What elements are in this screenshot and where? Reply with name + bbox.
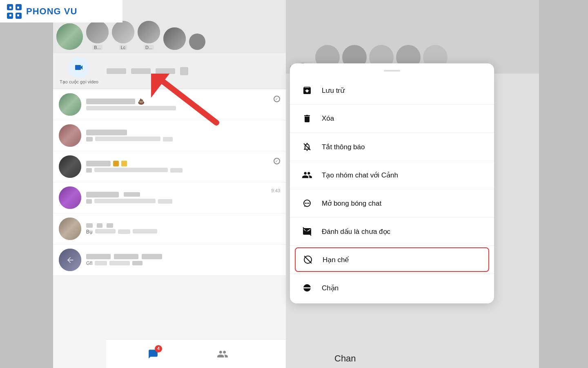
chan-bottom-label: Chan	[334, 353, 356, 364]
chat-emoji-1: 💩	[138, 98, 145, 105]
chat-content-5: Bụ	[86, 223, 280, 235]
story-label-lc: Lc	[119, 45, 127, 50]
story-thumb-1[interactable]	[56, 23, 83, 50]
chat-item-1[interactable]: 💩	[53, 89, 286, 120]
phone-panel-left: B... Lc D... Tạo cuộc gọi video	[53, 0, 286, 368]
chat-content-4	[86, 192, 280, 204]
chat-preview-1	[86, 106, 176, 110]
menu-item-tat-thong-bao[interactable]: Tắt thông báo	[290, 135, 494, 159]
chat-item-5[interactable]: Bụ	[53, 213, 286, 245]
menu-handle	[384, 70, 400, 72]
chat-preview-4	[94, 199, 156, 203]
archive-icon	[301, 85, 313, 96]
chat-preview-3	[94, 168, 168, 172]
chat-item-6[interactable]: Gfl	[53, 245, 286, 276]
bottom-nav: 4	[106, 339, 286, 368]
nav-messages[interactable]: 4	[145, 346, 161, 362]
story-label-b: B...	[92, 45, 102, 50]
restrict-icon	[302, 254, 314, 265]
chat-item-4[interactable]: 9:43	[53, 182, 286, 213]
menu-item-chan[interactable]: Chặn	[290, 276, 494, 300]
divider-3	[290, 161, 494, 161]
divider-6	[290, 245, 494, 246]
menu-label-tao-nhom: Tạo nhóm chat với Cảnh	[322, 171, 398, 180]
menu-label-tat-thong-bao: Tắt thông báo	[322, 143, 365, 151]
divider-1	[290, 104, 494, 105]
avatar-4	[59, 186, 81, 209]
menu-item-han-che[interactable]: Hạn chế	[295, 247, 489, 272]
check-icon-1	[274, 96, 280, 102]
brand-name: PHONG VU	[26, 6, 77, 17]
chat-item-3[interactable]	[53, 151, 286, 182]
group-icon	[301, 169, 313, 181]
chat-preview-5a	[95, 229, 116, 233]
chat-content-3	[86, 161, 280, 173]
bg-left	[0, 0, 53, 368]
block-icon	[301, 282, 313, 294]
menu-label-han-che: Hạn chế	[323, 256, 349, 264]
menu-item-danh-dau[interactable]: Đánh dấu là chưa đọc	[290, 219, 494, 244]
svg-point-16	[307, 203, 308, 204]
bubble-icon	[301, 197, 313, 209]
chat-name-blur-2	[86, 130, 127, 135]
chat-preview-2	[95, 137, 160, 141]
chat-item-2[interactable]	[53, 120, 286, 151]
chat-preview-5b	[133, 229, 157, 233]
nav-people[interactable]	[214, 346, 231, 362]
chat-time-4: 9:43	[272, 188, 280, 193]
menu-label-danh-dau: Đánh dấu là chưa đọc	[322, 227, 390, 236]
svg-point-15	[305, 203, 306, 204]
context-menu: Lưu trữ Xóa Tắt thông báo Tạo nhóm cha	[290, 63, 494, 303]
phongvu-logo-icon	[7, 4, 22, 19]
divider-4	[290, 189, 494, 189]
svg-rect-7	[17, 14, 19, 16]
avatar-1	[59, 93, 81, 116]
bg-right	[539, 0, 588, 368]
chat-name-blur-1	[86, 99, 135, 104]
chat-list: 💩	[53, 89, 286, 276]
chat-content-2	[86, 130, 280, 142]
svg-rect-4	[9, 7, 11, 9]
menu-item-bong-bong[interactable]: Mở bong bóng chat	[290, 191, 494, 215]
chat-name-blur-4a	[86, 192, 119, 197]
avatar-2	[59, 124, 81, 147]
messages-badge: 4	[155, 345, 162, 352]
menu-label-bong-bong: Mở bong bóng chat	[322, 199, 381, 208]
mute-icon	[301, 141, 313, 153]
story-label-d: D...	[144, 45, 154, 50]
menu-label-chan: Chặn	[322, 284, 339, 292]
menu-item-xoa[interactable]: Xóa	[290, 106, 494, 131]
avatar-3	[59, 155, 81, 178]
divider-2	[290, 132, 494, 133]
action-row: Tạo cuộc gọi video	[53, 53, 286, 89]
divider-5	[290, 217, 494, 218]
divider-7	[290, 274, 494, 274]
menu-label-xoa: Xóa	[322, 114, 334, 123]
trash-icon	[301, 113, 313, 124]
chat-name-blur-3a	[86, 161, 111, 166]
avatar-5	[59, 218, 81, 240]
chat-content-1: 💩	[86, 98, 280, 111]
check-icon-3	[274, 158, 280, 164]
right-stories: Tạo	[286, 0, 539, 74]
create-video-call[interactable]: Tạo cuộc gọi video	[60, 57, 98, 85]
chat-content-6: Gfl	[86, 254, 280, 266]
menu-item-tao-nhom[interactable]: Tạo nhóm chat với Cảnh	[290, 163, 494, 187]
header-bar: PHONG VU	[0, 0, 122, 22]
svg-rect-6	[9, 14, 11, 16]
unread-icon	[301, 226, 313, 237]
menu-item-luu-tru[interactable]: Lưu trữ	[290, 78, 494, 103]
menu-label-luu-tru: Lưu trữ	[322, 86, 345, 95]
svg-point-17	[308, 203, 310, 204]
create-video-label: Tạo cuộc gọi video	[60, 79, 98, 85]
svg-rect-5	[17, 7, 19, 9]
